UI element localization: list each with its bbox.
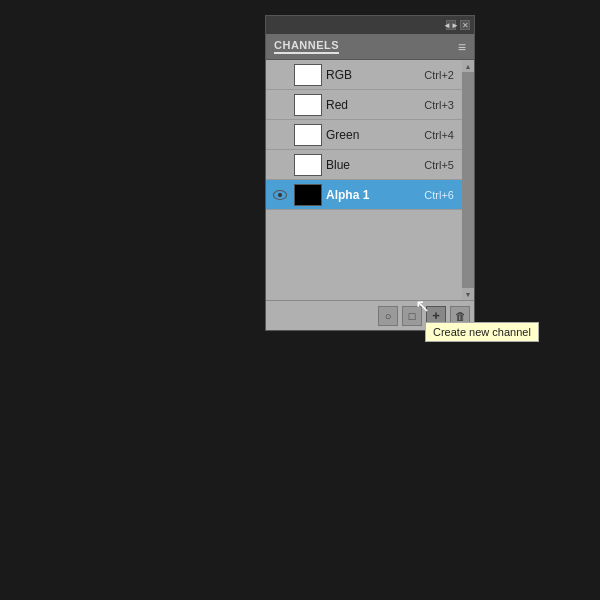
scroll-down-button[interactable]: ▼ — [462, 288, 474, 300]
channel-shortcut-green: Ctrl+4 — [424, 129, 454, 141]
panel-body: RGB Ctrl+2 Red Ctrl+3 Green Ctrl+4 — [266, 60, 474, 300]
new-channel-icon: + — [432, 308, 440, 323]
channel-shortcut-red: Ctrl+3 — [424, 99, 454, 111]
thumb-red — [294, 94, 322, 116]
close-button[interactable]: ✕ — [460, 20, 470, 30]
channel-name-blue: Blue — [326, 158, 424, 172]
channel-shortcut-rgb: Ctrl+2 — [424, 69, 454, 81]
cursor-icon: ↖ — [415, 296, 430, 316]
channel-row-red[interactable]: Red Ctrl+3 — [266, 90, 462, 120]
delete-channel-button[interactable]: 🗑 — [450, 306, 470, 326]
empty-area — [266, 210, 462, 300]
channel-row-rgb[interactable]: RGB Ctrl+2 — [266, 60, 462, 90]
channels-tab[interactable]: CHANNELS — [274, 39, 339, 54]
channels-list: RGB Ctrl+2 Red Ctrl+3 Green Ctrl+4 — [266, 60, 462, 300]
scrollbar: ▲ ▼ — [462, 60, 474, 300]
panel-header: CHANNELS ≡ — [266, 34, 474, 60]
thumb-blue — [294, 154, 322, 176]
channels-panel: ◄► ✕ CHANNELS ≡ RGB Ctrl+2 Red Ctrl+3 — [265, 15, 475, 331]
trash-icon: 🗑 — [455, 310, 466, 322]
channel-shortcut-alpha1: Ctrl+6 — [424, 189, 454, 201]
channel-name-rgb: RGB — [326, 68, 424, 82]
visibility-icon-alpha1[interactable] — [273, 190, 287, 200]
scroll-track[interactable] — [462, 72, 474, 288]
panel-footer: ○ □ + 🗑 — [266, 300, 474, 330]
panel-titlebar: ◄► ✕ — [266, 16, 474, 34]
channel-name-green: Green — [326, 128, 424, 142]
channel-name-red: Red — [326, 98, 424, 112]
load-selection-button[interactable]: ○ — [378, 306, 398, 326]
thumb-rgb — [294, 64, 322, 86]
channel-row-green[interactable]: Green Ctrl+4 — [266, 120, 462, 150]
channel-row-blue[interactable]: Blue Ctrl+5 — [266, 150, 462, 180]
panel-menu-icon[interactable]: ≡ — [458, 39, 466, 55]
eye-col-alpha1 — [270, 190, 290, 200]
selection-circle-icon: ○ — [385, 310, 392, 322]
thumb-alpha1 — [294, 184, 322, 206]
thumb-green — [294, 124, 322, 146]
collapse-button[interactable]: ◄► — [446, 20, 456, 30]
channel-shortcut-blue: Ctrl+5 — [424, 159, 454, 171]
channel-row-alpha1[interactable]: Alpha 1 Ctrl+6 — [266, 180, 462, 210]
scroll-up-button[interactable]: ▲ — [462, 60, 474, 72]
cursor-area: ↖ — [415, 295, 430, 317]
channel-name-alpha1: Alpha 1 — [326, 188, 424, 202]
